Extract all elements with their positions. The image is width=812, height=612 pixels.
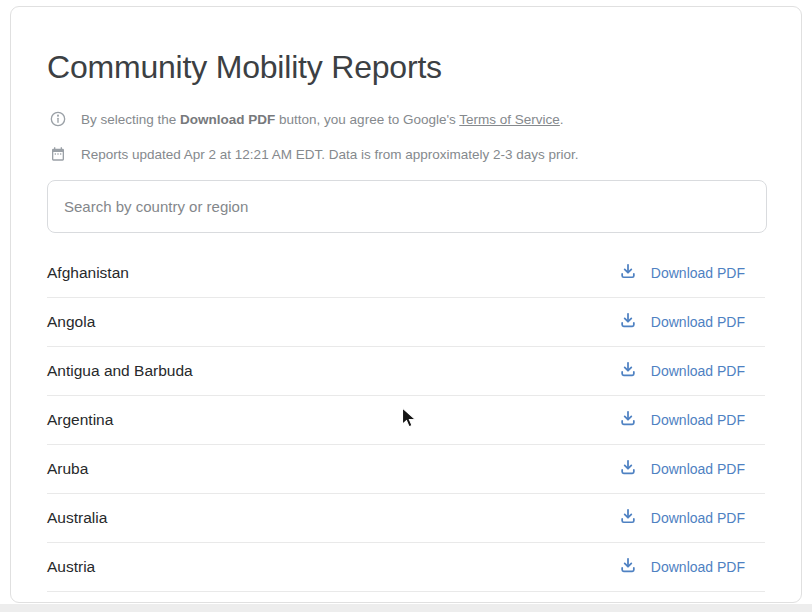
download-icon	[618, 261, 638, 285]
terms-notice-text: By selecting the Download PDF button, yo…	[81, 112, 564, 127]
updated-notice-text: Reports updated Apr 2 at 12:21 AM EDT. D…	[81, 147, 579, 162]
country-row: Afghanistan Download PDF	[47, 249, 765, 298]
reports-card: Community Mobility Reports By selecting …	[10, 6, 802, 603]
download-pdf-label: Download PDF	[651, 461, 745, 477]
download-pdf-label: Download PDF	[651, 559, 745, 575]
country-row: Austria Download PDF	[47, 543, 765, 592]
country-row: Angola Download PDF	[47, 298, 765, 347]
download-icon	[618, 457, 638, 481]
download-pdf-button[interactable]: Download PDF	[618, 506, 745, 530]
calendar-icon	[50, 146, 66, 162]
download-pdf-button[interactable]: Download PDF	[618, 457, 745, 481]
country-name: Argentina	[47, 411, 113, 429]
country-row: Argentina Download PDF	[47, 396, 765, 445]
download-pdf-button[interactable]: Download PDF	[618, 310, 745, 334]
download-pdf-button[interactable]: Download PDF	[618, 261, 745, 285]
download-pdf-button[interactable]: Download PDF	[618, 555, 745, 579]
download-icon	[618, 555, 638, 579]
country-name: Aruba	[47, 460, 88, 478]
download-icon	[618, 310, 638, 334]
horizontal-scrollbar[interactable]	[0, 604, 812, 612]
country-row: Aruba Download PDF	[47, 445, 765, 494]
terms-text-suffix: .	[560, 112, 564, 127]
country-row: Australia Download PDF	[47, 494, 765, 543]
download-icon	[618, 408, 638, 432]
download-pdf-label: Download PDF	[651, 314, 745, 330]
terms-text-middle: button, you agree to Google's	[275, 112, 459, 127]
country-name: Australia	[47, 509, 107, 527]
download-pdf-label: Download PDF	[651, 363, 745, 379]
terms-of-service-link[interactable]: Terms of Service	[459, 112, 560, 127]
search-input[interactable]	[47, 180, 767, 233]
download-icon	[618, 359, 638, 383]
country-list: Afghanistan Download PDF Angola	[47, 249, 765, 592]
terms-text-bold: Download PDF	[180, 112, 275, 127]
terms-notice: By selecting the Download PDF button, yo…	[50, 111, 765, 127]
terms-text-prefix: By selecting the	[81, 112, 180, 127]
country-name: Afghanistan	[47, 264, 129, 282]
page-title: Community Mobility Reports	[47, 49, 765, 86]
country-name: Austria	[47, 558, 95, 576]
download-pdf-label: Download PDF	[651, 265, 745, 281]
download-icon	[618, 506, 638, 530]
info-icon	[50, 111, 66, 127]
download-pdf-label: Download PDF	[651, 510, 745, 526]
updated-notice: Reports updated Apr 2 at 12:21 AM EDT. D…	[50, 146, 765, 162]
country-row: Antigua and Barbuda Download PDF	[47, 347, 765, 396]
download-pdf-button[interactable]: Download PDF	[618, 408, 745, 432]
country-name: Antigua and Barbuda	[47, 362, 193, 380]
download-pdf-label: Download PDF	[651, 412, 745, 428]
download-pdf-button[interactable]: Download PDF	[618, 359, 745, 383]
country-name: Angola	[47, 313, 95, 331]
